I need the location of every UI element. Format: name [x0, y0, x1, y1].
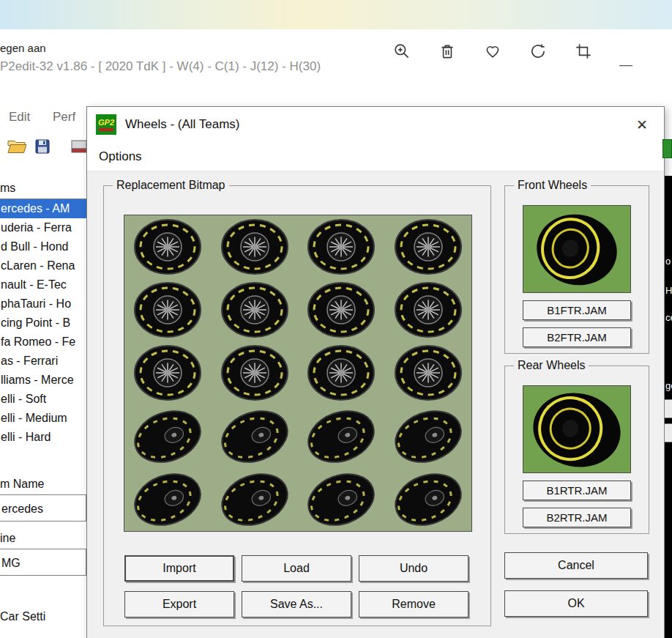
- wheel-sprite: [124, 468, 212, 531]
- wheel-sprite: [385, 405, 472, 468]
- team-list-item[interactable]: nault - E-Tec: [0, 275, 86, 294]
- load-button[interactable]: Load: [242, 555, 351, 582]
- b1ftr-button[interactable]: B1FTR.JAM: [523, 300, 631, 320]
- wheel-sprite: [385, 468, 472, 531]
- menu-perf[interactable]: Perf: [53, 110, 75, 125]
- wheel-sprite: [298, 278, 385, 341]
- edge-text-fragment: ge: [665, 381, 672, 391]
- wheel-sprite: [298, 341, 385, 404]
- replacement-bitmap-group: Replacement Bitmap: [103, 185, 491, 626]
- wheel-sprite: [385, 341, 472, 404]
- top-banner: [0, 0, 672, 29]
- wheel-sprite: [298, 215, 385, 278]
- edge-sliver: [665, 423, 672, 442]
- team-name-label: m Name: [0, 478, 44, 491]
- wheel-sprite: [385, 278, 472, 341]
- dialog-titlebar: GP2 Wheels - (All Teams) ✕: [87, 107, 664, 142]
- team-list-item[interactable]: lliams - Merce: [0, 371, 86, 390]
- background-window-edge: oHcege: [665, 176, 672, 638]
- front-wheels-group-label: Front Wheels: [514, 179, 591, 192]
- team-list-item[interactable]: uderia - Ferra: [0, 218, 86, 237]
- gp2edit-logo-icon: GP2: [96, 114, 116, 135]
- export-button[interactable]: Export: [124, 591, 234, 617]
- screen: egen aan P2edit-32 v1.86 - [ 2020 TdK ] …: [0, 0, 672, 638]
- save-icon[interactable]: [34, 138, 51, 158]
- dialog-title: Wheels - (All Teams): [125, 107, 240, 142]
- remove-button[interactable]: Remove: [359, 591, 468, 617]
- wheel-sprite: [124, 405, 212, 468]
- teams-list-label: ms: [0, 182, 15, 195]
- team-list-item[interactable]: phaTauri - Ho: [0, 294, 86, 314]
- import-button[interactable]: Import: [124, 555, 234, 582]
- wheel-sprite: [212, 278, 299, 341]
- replacement-bitmap-group-label: Replacement Bitmap: [113, 179, 229, 192]
- rear-wheels-group: Rear Wheels B1RTR.JAM B2RTR.JAM: [504, 366, 649, 534]
- minimize-button[interactable]: —: [619, 57, 632, 73]
- crop-icon[interactable]: [574, 42, 593, 61]
- wheel-sprite: [298, 405, 385, 468]
- b1rtr-button[interactable]: B1RTR.JAM: [523, 481, 631, 500]
- rear-wheel-preview: [523, 385, 631, 473]
- team-list-item[interactable]: as - Ferrari: [0, 352, 86, 371]
- replacement-bitmap-image: [124, 215, 472, 532]
- team-list-item[interactable]: ercedes - AM: [0, 199, 86, 218]
- team-list-item[interactable]: fa Romeo - Fe: [0, 333, 86, 352]
- background-toolbar-icon-sliver: [662, 139, 672, 158]
- wheel-sprite: [298, 468, 385, 531]
- edge-text-fragment: o: [665, 256, 671, 267]
- wheels-dialog: GP2 Wheels - (All Teams) ✕ Options Repla…: [86, 106, 665, 638]
- open-folder-icon[interactable]: [7, 138, 27, 158]
- team-name-field[interactable]: ercedes: [0, 494, 86, 522]
- team-list-item[interactable]: cLaren - Rena: [0, 256, 86, 275]
- favorite-icon[interactable]: [483, 42, 502, 61]
- engine-field[interactable]: MG: [0, 549, 86, 576]
- car-settings-label: Car Setti: [0, 610, 45, 623]
- b2ftr-button[interactable]: B2FTR.JAM: [523, 327, 631, 347]
- cancel-button[interactable]: Cancel: [504, 552, 648, 579]
- zoom-icon[interactable]: [392, 42, 411, 61]
- app-window-title: P2edit-32 v1.86 - [ 2020 TdK ] - W(4) - …: [0, 59, 321, 74]
- wheel-sprite: [124, 341, 212, 404]
- photos-toolbar-label: egen aan: [0, 42, 46, 54]
- team-list: ercedes - AMuderia - Ferrad Bull - Hondc…: [0, 199, 87, 449]
- rotate-icon[interactable]: [529, 42, 548, 61]
- undo-button[interactable]: Undo: [359, 555, 468, 582]
- rear-wheels-group-label: Rear Wheels: [514, 359, 589, 372]
- dialog-menubar: Options: [87, 142, 664, 171]
- menu-edit[interactable]: Edit: [9, 110, 30, 125]
- wheel-sprite: [212, 341, 299, 404]
- wheel-sprite: [212, 215, 299, 278]
- front-wheel-preview: [523, 205, 631, 293]
- b2rtr-button[interactable]: B2RTR.JAM: [523, 508, 631, 527]
- team-list-item[interactable]: elli - Hard: [0, 428, 86, 447]
- close-icon[interactable]: ✕: [632, 114, 652, 135]
- front-wheels-group: Front Wheels B1FTR.JAM B2FTR.JAM: [504, 185, 649, 354]
- delete-icon[interactable]: [438, 42, 457, 61]
- save-as-button[interactable]: Save As...: [242, 591, 351, 617]
- edge-text-fragment: H: [665, 286, 672, 296]
- toolbar-icon-partial[interactable]: [70, 138, 86, 158]
- engine-label: ine: [0, 532, 15, 545]
- edge-text-fragment: ce: [665, 313, 672, 323]
- team-list-item[interactable]: elli - Medium: [0, 409, 86, 428]
- team-list-item[interactable]: d Bull - Hond: [0, 237, 86, 256]
- wheel-sprite: [212, 468, 299, 531]
- wheel-sprite: [385, 215, 472, 278]
- wheel-sprite: [124, 278, 212, 341]
- team-list-item[interactable]: elli - Soft: [0, 390, 86, 409]
- ok-button[interactable]: OK: [504, 590, 648, 617]
- team-list-item[interactable]: cing Point - B: [0, 314, 86, 333]
- edge-sliver: [665, 399, 672, 418]
- wheel-sprite: [212, 405, 299, 468]
- menu-options[interactable]: Options: [99, 142, 142, 171]
- wheel-sprite: [124, 215, 212, 278]
